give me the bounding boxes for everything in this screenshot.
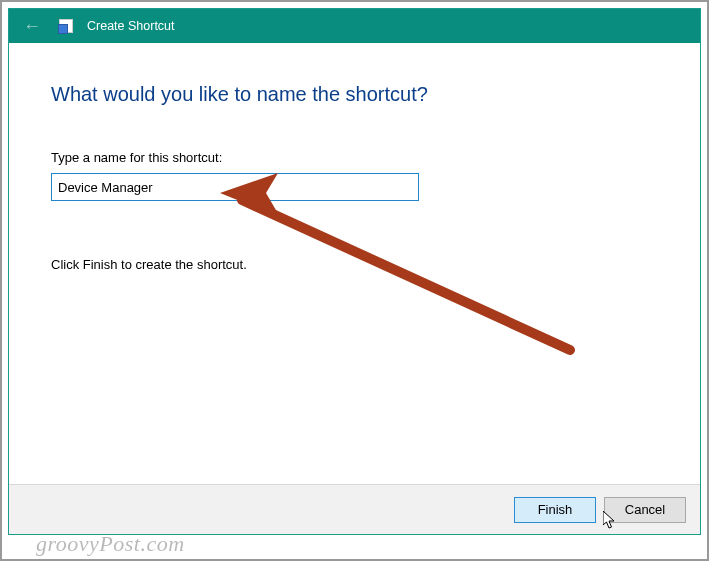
dialog-footer: Finish Cancel: [9, 484, 700, 534]
content-area: What would you like to name the shortcut…: [9, 43, 700, 484]
shortcut-icon: [59, 19, 73, 33]
cancel-button[interactable]: Cancel: [604, 497, 686, 523]
help-text: Click Finish to create the shortcut.: [51, 257, 658, 272]
create-shortcut-window: ← Create Shortcut What would you like to…: [8, 8, 701, 535]
titlebar: ← Create Shortcut: [9, 9, 700, 43]
finish-button[interactable]: Finish: [514, 497, 596, 523]
name-field-label: Type a name for this shortcut:: [51, 150, 658, 165]
window-title: Create Shortcut: [87, 19, 175, 33]
shortcut-name-input[interactable]: [51, 173, 419, 201]
back-arrow-icon[interactable]: ←: [19, 15, 45, 37]
page-heading: What would you like to name the shortcut…: [51, 83, 658, 106]
